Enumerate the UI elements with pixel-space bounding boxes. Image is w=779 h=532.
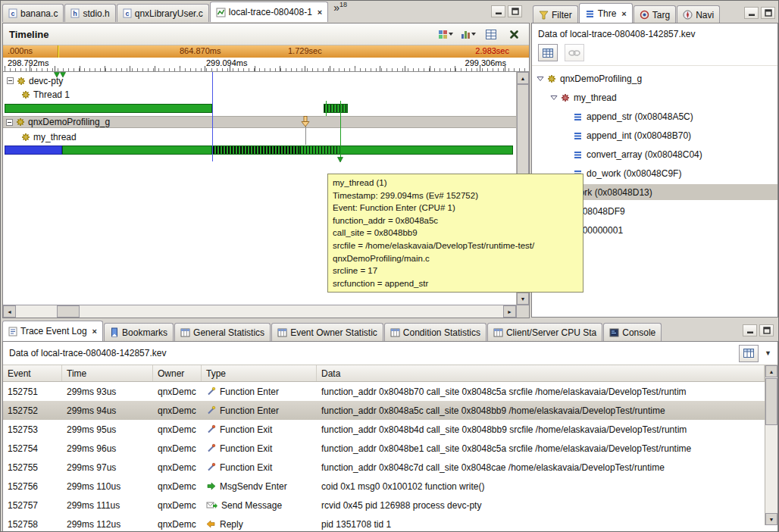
- event-table-row[interactable]: 152757299ms 111usqnxDemcSend Messagercvi…: [3, 496, 777, 515]
- view-tab-bookmarks[interactable]: Bookmarks: [104, 323, 174, 341]
- tree-function-item[interactable]: append_str (0x08048A5C): [532, 107, 777, 126]
- timeline-row-thread-1[interactable]: Thread 1: [21, 89, 70, 100]
- cell-event: 152758: [3, 515, 62, 532]
- minimize-button[interactable]: [744, 7, 759, 19]
- grid-tool-icon[interactable]: [482, 27, 500, 42]
- timeline-ruler-zoom[interactable]: 298.792ms299.094ms299.306ms: [3, 58, 529, 72]
- timeline-bar-my-thread[interactable]: [5, 146, 513, 155]
- view-tab-thre[interactable]: Thre×: [579, 3, 633, 23]
- view-tab-console[interactable]: Console: [603, 323, 662, 341]
- view-tab-targ[interactable]: Targ: [634, 5, 676, 23]
- chart-options-menu-icon[interactable]: [459, 27, 477, 42]
- event-table-row[interactable]: 152754299ms 96usqnxDemcFunction Exitfunc…: [3, 439, 777, 458]
- event-table-row[interactable]: 152751299ms 93usqnxDemcFunction Enterfun…: [3, 382, 777, 401]
- bar-segment-solid[interactable]: [62, 146, 212, 155]
- bar-segment-solid[interactable]: [340, 146, 513, 155]
- scroll-up-button[interactable]: ▲: [765, 365, 777, 377]
- view-tab-condition-statistics[interactable]: Condition Statistics: [384, 323, 486, 341]
- minusbox-icon[interactable]: [7, 77, 14, 84]
- view-tab-navi[interactable]: Navi: [677, 5, 720, 23]
- tree-function-item[interactable]: convert_array (0x08048C04): [532, 145, 777, 164]
- hscroll-thumb[interactable]: [57, 305, 80, 318]
- event-table-row[interactable]: 152758299ms 112usqnxDemcReplypid 1351708…: [3, 515, 777, 532]
- arrow-expanded-icon[interactable]: [550, 94, 558, 101]
- timeline-ruler-full[interactable]: .000ns864.870ms1.729sec2.983sec: [3, 45, 529, 58]
- column-header-data[interactable]: Data: [317, 365, 765, 381]
- event-table-row[interactable]: 152755299ms 97usqnxDemcFunction Exitfunc…: [3, 458, 777, 477]
- tab-label: Thre: [598, 8, 617, 19]
- view-tab-filter[interactable]: Filter: [533, 5, 578, 23]
- right-minmax-buttons: [744, 7, 775, 19]
- editor-tab-banana-c[interactable]: cbanana.c: [2, 4, 64, 22]
- editor-tab-overflow[interactable]: »18: [333, 2, 347, 14]
- view-tab-event-owner-statistic[interactable]: Event Owner Statistic: [271, 323, 383, 341]
- stats-icon: [493, 328, 503, 337]
- editor-tab-qnxlibraryuser-c[interactable]: cqnxLibraryUser.c: [117, 4, 209, 22]
- arrow-expanded-icon[interactable]: [537, 75, 544, 82]
- view-menu-icon[interactable]: ▼: [765, 349, 771, 357]
- link-with-editor-button[interactable]: [565, 44, 584, 61]
- scrollbar-thumb[interactable]: [765, 378, 777, 425]
- tree-function-item[interactable]: append_int (0x08048B70): [532, 126, 777, 145]
- scroll-up-button[interactable]: ▲: [517, 72, 529, 84]
- display-options-menu-icon[interactable]: [436, 27, 455, 42]
- bar-segment-ticks[interactable]: [299, 146, 340, 155]
- event-table-row[interactable]: 152753299ms 95usqnxDemcFunction Exitfunc…: [3, 420, 777, 439]
- view-tab-trace-event-log[interactable]: Trace Event Log×: [2, 321, 103, 341]
- event-table-row[interactable]: 152752299ms 94usqnxDemcFunction Enterfun…: [3, 401, 777, 420]
- bar-segment-ticks[interactable]: [324, 104, 348, 113]
- scroll-down-button[interactable]: ▼: [765, 513, 777, 525]
- editor-tabs: cbanana.chstdio.hcqnxLibraryUser.clocal-…: [1, 1, 329, 22]
- timeline-horizontal-scrollbar[interactable]: ◄ ►: [3, 305, 529, 318]
- scroll-left-button[interactable]: ◄: [3, 305, 16, 318]
- close-tab-icon[interactable]: ×: [621, 9, 626, 18]
- table-settings-button[interactable]: [739, 345, 759, 362]
- column-header-event[interactable]: Event: [3, 365, 62, 381]
- function-exit-icon: [206, 462, 216, 472]
- tree-thread[interactable]: my_thread: [532, 88, 777, 107]
- tree-item-label: append_int (0x08048B70): [587, 130, 691, 141]
- maximize-button[interactable]: [759, 324, 774, 336]
- tree-root-process[interactable]: qnxDemoProfiling_g: [532, 69, 777, 88]
- bar-segment-blue[interactable]: [5, 146, 62, 155]
- editor-tab-local-trace-080408-1[interactable]: local-trace-080408-1×: [210, 2, 329, 22]
- maximize-button[interactable]: [508, 5, 522, 17]
- table-vertical-scrollbar[interactable]: ▲ ▼: [765, 365, 777, 525]
- timeline-row-devc-pty[interactable]: devc-pty: [7, 75, 63, 86]
- bar-segment-solid[interactable]: [5, 104, 212, 113]
- timeline-row-my-thread[interactable]: my_thread: [21, 131, 77, 142]
- maximize-button[interactable]: [761, 7, 775, 19]
- close-timeline-icon[interactable]: [505, 27, 523, 42]
- timeline-row-qnxdemoprofiling-g[interactable]: qnxDemoProfiling_g: [3, 116, 516, 128]
- close-tab-icon[interactable]: ×: [92, 327, 97, 336]
- scroll-down-button[interactable]: ▼: [517, 293, 529, 305]
- minimize-button[interactable]: [743, 324, 757, 336]
- event-marker-arrow[interactable]: [337, 157, 343, 163]
- column-header-type[interactable]: Type: [202, 365, 317, 381]
- cell-type: Function Exit: [202, 420, 317, 439]
- column-header-time[interactable]: Time: [62, 365, 153, 381]
- hscroll-track[interactable]: [16, 305, 503, 318]
- tree-row-body: do_work (0x08048C9F): [570, 165, 777, 181]
- scroll-right-button[interactable]: ►: [503, 305, 516, 318]
- scrollbar-corner: [516, 305, 529, 318]
- type-label: Send Message: [221, 500, 282, 511]
- type-label: Function Exit: [220, 443, 272, 454]
- timeline-bar-thread1[interactable]: [5, 104, 513, 113]
- event-table-header: EventTimeOwnerTypeData: [3, 365, 777, 382]
- trace-info-row: Data of local-trace-080408-142857.kev ▼: [3, 342, 777, 365]
- bar-segment-dense[interactable]: [212, 146, 299, 155]
- cell-time: 299ms 93us: [62, 382, 153, 401]
- column-header-owner[interactable]: Owner: [153, 365, 202, 381]
- table-view-button[interactable]: [538, 44, 558, 61]
- cell-event: 152757: [3, 496, 62, 515]
- event-table-row[interactable]: 152756299ms 110usqnxDemcMsgSendv Enterco…: [3, 477, 777, 496]
- view-tab-client-server-cpu-sta[interactable]: Client/Server CPU Sta: [487, 323, 602, 341]
- editor-tab-stdio-h[interactable]: hstdio.h: [64, 4, 115, 22]
- ruler-cursor[interactable]: [58, 45, 59, 58]
- ide-window: cbanana.chstdio.hcqnxLibraryUser.clocal-…: [0, 0, 779, 532]
- minimize-button[interactable]: [491, 5, 505, 17]
- minusbox-icon[interactable]: [6, 119, 13, 126]
- close-tab-icon[interactable]: ×: [318, 8, 322, 17]
- view-tab-general-statistics[interactable]: General Statistics: [174, 323, 271, 341]
